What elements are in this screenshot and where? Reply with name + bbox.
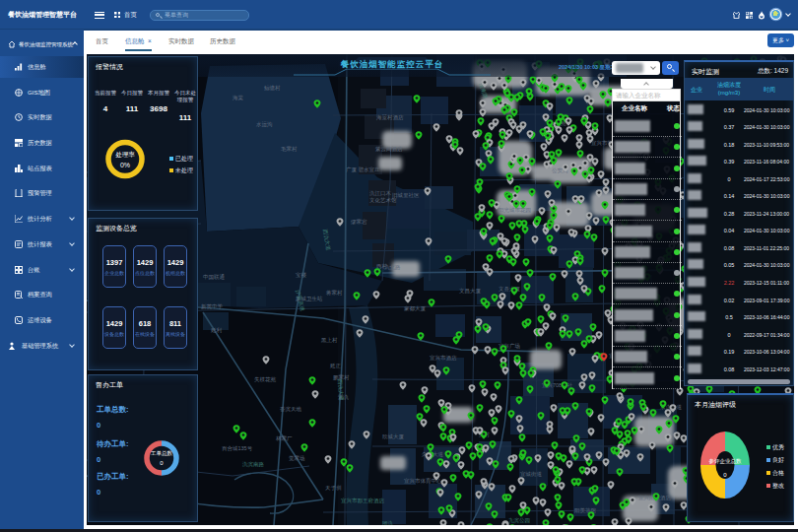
svg-text:宜兴市郡王府酒店: 宜兴市郡王府酒店 xyxy=(341,498,385,504)
svg-text:水运沟: 水运沟 xyxy=(256,121,273,128)
svg-text:毛家村: 毛家村 xyxy=(281,146,298,153)
svg-text:阳光城市花园: 阳光城市花园 xyxy=(499,207,531,214)
svg-text:觉家场: 觉家场 xyxy=(289,455,305,462)
svg-text:百合城135号: 百合城135号 xyxy=(222,445,253,452)
svg-text:林家厂: 林家厂 xyxy=(275,435,293,441)
svg-text:氿滨南路: 氿滨南路 xyxy=(242,461,265,468)
svg-text:欣城大厦: 欣城大厦 xyxy=(382,433,405,440)
svg-text:失枝花苑: 失枝花苑 xyxy=(254,376,277,383)
svg-text:广厦 碧水宜庄: 广厦 碧水宜庄 xyxy=(346,166,380,173)
svg-text:豪都大厦: 豪都大厦 xyxy=(404,305,427,312)
svg-text:中国联通: 中国联通 xyxy=(203,273,226,281)
svg-text:紫云间酒店: 紫云间酒店 xyxy=(375,146,403,153)
svg-text:宜兴市酒店: 宜兴市酒店 xyxy=(430,355,457,362)
svg-text:宜城街道: 宜城街道 xyxy=(520,471,543,478)
svg-text:团氿: 团氿 xyxy=(382,520,394,525)
svg-text:氿北路: 氿北路 xyxy=(384,264,401,271)
svg-text:延正: 延正 xyxy=(329,363,342,368)
svg-text:延利: 延利 xyxy=(210,327,223,333)
svg-text:蒋家村: 蒋家村 xyxy=(326,290,343,297)
svg-text:黑上村: 黑上村 xyxy=(321,337,338,344)
svg-text:香滨天地: 香滨天地 xyxy=(280,406,302,413)
svg-text:海棠: 海棠 xyxy=(233,95,244,101)
svg-text:鲸塘村: 鲸塘村 xyxy=(264,85,281,92)
svg-text:旧城里社区: 旧城里社区 xyxy=(392,192,420,198)
svg-text:海景村酒店: 海景村酒店 xyxy=(376,114,404,121)
svg-text:新英中学: 新英中学 xyxy=(201,303,224,310)
svg-text:缪家宕: 缪家宕 xyxy=(351,219,367,226)
svg-text:文昌大厦: 文昌大厦 xyxy=(459,288,482,295)
svg-text:九滨公园: 九滨公园 xyxy=(508,517,530,524)
svg-text:天子圳: 天子圳 xyxy=(325,485,342,491)
svg-text:宝楼: 宝楼 xyxy=(296,272,307,278)
